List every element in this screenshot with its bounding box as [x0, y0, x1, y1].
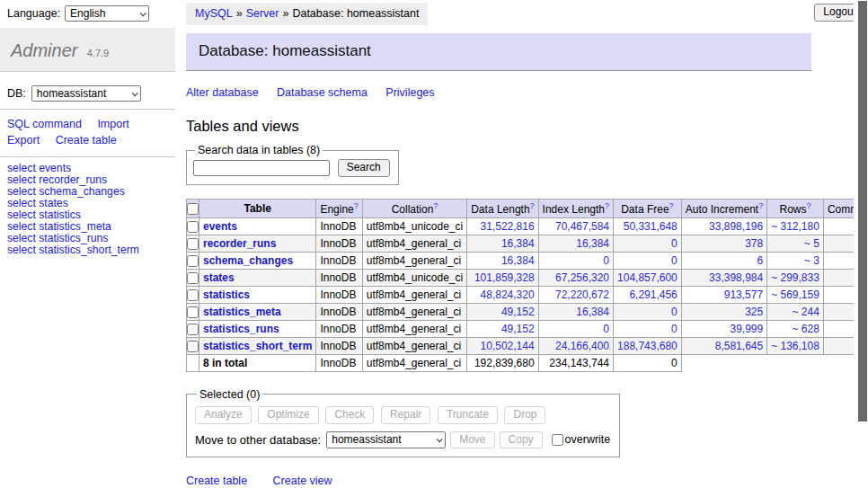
- auto-increment-link[interactable]: 33,398,984: [709, 271, 763, 284]
- selected-action-button[interactable]: Check: [325, 406, 374, 424]
- row-checkbox[interactable]: [187, 221, 199, 233]
- rows-count-link[interactable]: ~ 136,108: [771, 340, 819, 352]
- auto-increment-link[interactable]: 325: [745, 306, 763, 318]
- sidebar-menu-link[interactable]: Export: [7, 134, 40, 146]
- table-name-link[interactable]: events: [203, 220, 237, 233]
- rows-count-link[interactable]: ~ 299,833: [771, 271, 819, 284]
- selected-action-button[interactable]: Optimize: [258, 406, 318, 424]
- help-link[interactable]: ?: [669, 201, 674, 210]
- auto-increment-link[interactable]: 913,577: [724, 288, 763, 301]
- table-name-link[interactable]: states: [203, 271, 235, 284]
- rows-count-link[interactable]: ~ 3: [804, 254, 819, 267]
- search-input[interactable]: [193, 160, 330, 176]
- data-length-link[interactable]: 101,859,328: [474, 271, 535, 284]
- selected-action-button[interactable]: Truncate: [438, 406, 498, 424]
- help-link[interactable]: ?: [605, 201, 609, 210]
- language-select[interactable]: English: [65, 5, 149, 22]
- db-action-link[interactable]: Database schema: [277, 86, 368, 99]
- db-select[interactable]: homeassistant: [31, 85, 141, 102]
- table-name-link[interactable]: recorder_runs: [203, 237, 276, 250]
- auto-increment-link[interactable]: 33,898,196: [709, 220, 763, 233]
- table-name-link[interactable]: statistics_runs: [203, 323, 279, 335]
- move-copy-button[interactable]: Move: [450, 431, 494, 449]
- help-link[interactable]: ?: [530, 201, 535, 210]
- table-name-link[interactable]: statistics_meta: [203, 306, 281, 318]
- data-free-link[interactable]: 6,291,456: [629, 288, 677, 301]
- data-free-link[interactable]: 0: [671, 237, 678, 250]
- sidebar-menu-link[interactable]: SQL command: [7, 118, 82, 130]
- table-name-link[interactable]: statistics_short_term: [203, 340, 312, 352]
- auto-increment-link[interactable]: 8,581,645: [715, 340, 763, 352]
- data-free-link[interactable]: 0: [671, 254, 678, 267]
- auto-increment-link[interactable]: 6: [757, 254, 763, 267]
- data-length-link[interactable]: 48,824,320: [481, 288, 535, 301]
- rows-count-link[interactable]: ~ 244: [793, 306, 819, 318]
- index-length-link[interactable]: 16,384: [576, 306, 609, 318]
- sidebar-menu-link[interactable]: Create table: [56, 134, 117, 146]
- help-link[interactable]: ?: [807, 201, 811, 210]
- scrollbar-thumb[interactable]: [858, 1, 867, 421]
- db-action-link[interactable]: Privileges: [385, 86, 434, 99]
- sidebar-select-table-link[interactable]: select events: [7, 162, 71, 174]
- index-length-link[interactable]: 72,220,672: [555, 288, 609, 301]
- vertical-scrollbar[interactable]: [854, 0, 868, 488]
- index-length-link[interactable]: 67,256,320: [555, 271, 609, 284]
- sidebar-select-table-link[interactable]: select statistics_meta: [7, 220, 111, 233]
- selected-action-button[interactable]: Drop: [504, 406, 545, 424]
- collation-cell: utf8mb4_general_ci: [362, 337, 466, 354]
- breadcrumb-link-mysql[interactable]: MySQL: [195, 7, 233, 20]
- help-link[interactable]: ?: [354, 201, 359, 210]
- sidebar-select-table-link[interactable]: select statistics: [7, 209, 81, 221]
- data-free-link[interactable]: 104,857,600: [617, 271, 678, 284]
- overwrite-checkbox[interactable]: [552, 434, 563, 446]
- rows-count-link[interactable]: ~ 569,159: [771, 288, 819, 301]
- row-checkbox[interactable]: [187, 289, 199, 301]
- row-checkbox[interactable]: [187, 272, 199, 284]
- create-link[interactable]: Create view: [273, 475, 332, 487]
- auto-increment-link[interactable]: 378: [745, 237, 763, 250]
- selected-action-button[interactable]: Repair: [381, 406, 430, 424]
- index-length-link[interactable]: 70,467,584: [555, 220, 609, 233]
- row-checkbox[interactable]: [187, 255, 199, 267]
- sidebar-select-table-link[interactable]: select schema_changes: [7, 185, 125, 198]
- move-database-select[interactable]: homeassistant: [326, 431, 446, 448]
- data-length-link[interactable]: 31,522,816: [481, 220, 535, 233]
- help-link[interactable]: ?: [758, 201, 763, 210]
- data-length-link[interactable]: 49,152: [501, 323, 535, 335]
- data-length-link[interactable]: 10,502,144: [481, 340, 535, 352]
- data-length-link[interactable]: 49,152: [501, 306, 535, 318]
- index-length-link[interactable]: 16,384: [576, 237, 609, 250]
- sidebar-select-table-link[interactable]: select statistics_runs: [7, 232, 108, 244]
- row-checkbox[interactable]: [187, 324, 199, 335]
- table-name-link[interactable]: schema_changes: [203, 254, 293, 267]
- help-link[interactable]: ?: [433, 201, 438, 210]
- search-button[interactable]: Search: [338, 159, 390, 177]
- rows-count-link[interactable]: ~ 312,180: [771, 220, 819, 233]
- table-name-link[interactable]: statistics: [203, 288, 250, 301]
- sidebar-select-table-link[interactable]: select states: [7, 197, 68, 209]
- row-checkbox[interactable]: [187, 306, 199, 318]
- index-length-link[interactable]: 0: [603, 254, 609, 267]
- data-length-link[interactable]: 16,384: [501, 254, 535, 267]
- rows-count-link[interactable]: ~ 5: [804, 237, 819, 250]
- breadcrumb-link-server[interactable]: Server: [246, 7, 279, 20]
- sidebar-select-table-link[interactable]: select recorder_runs: [7, 173, 107, 186]
- selected-action-button[interactable]: Analyze: [195, 406, 252, 424]
- data-free-link[interactable]: 188,743,680: [617, 340, 678, 352]
- row-checkbox[interactable]: [187, 341, 199, 352]
- move-copy-button[interactable]: Copy: [500, 431, 543, 449]
- row-checkbox[interactable]: [187, 238, 199, 250]
- db-action-link[interactable]: Alter database: [186, 86, 259, 99]
- data-free-link[interactable]: 0: [671, 323, 678, 335]
- sidebar-select-table-link[interactable]: select statistics_short_term: [7, 244, 139, 256]
- rows-count-link[interactable]: ~ 628: [793, 323, 819, 335]
- index-length-link[interactable]: 0: [603, 323, 609, 335]
- auto-increment-link[interactable]: 39,999: [730, 323, 763, 335]
- data-free-link[interactable]: 0: [671, 306, 678, 318]
- create-link[interactable]: Create table: [186, 475, 247, 487]
- data-length-link[interactable]: 16,384: [501, 237, 535, 250]
- select-all-checkbox[interactable]: [187, 203, 199, 215]
- index-length-link[interactable]: 24,166,400: [555, 340, 609, 352]
- data-free-link[interactable]: 50,331,648: [624, 220, 678, 233]
- sidebar-menu-link[interactable]: Import: [97, 118, 128, 130]
